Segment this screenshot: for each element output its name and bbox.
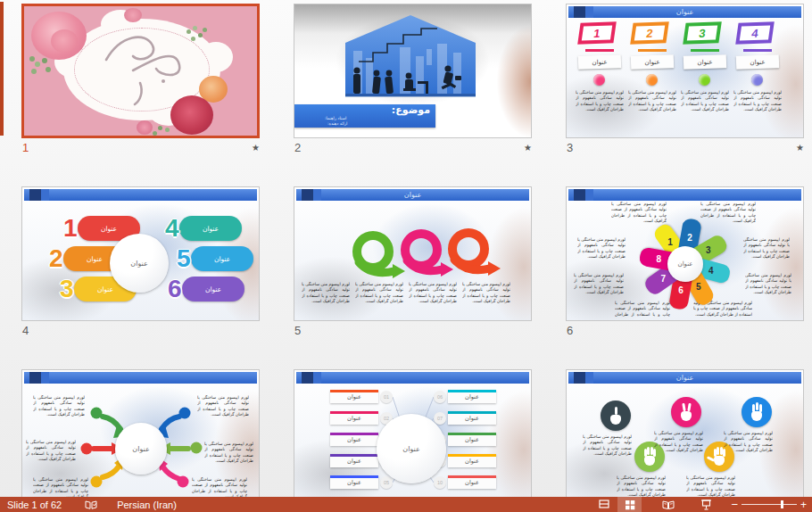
pill-item-5: عنوان xyxy=(191,246,253,271)
body-text: لورم ایپسوم متن ساختگی با تولید سادگی نا… xyxy=(743,237,790,269)
slide-title-bar: عنوان xyxy=(568,372,801,384)
hand-gesture-1-icon xyxy=(601,401,631,431)
pill-number-2: 2 xyxy=(49,246,63,271)
body-text: لورم ایپسوم متن ساختگی با تولید سادگی نا… xyxy=(302,282,350,316)
zoom-in-button[interactable]: + xyxy=(800,499,807,511)
flag-3: 3 xyxy=(683,21,722,44)
pill-item-6: عنوان xyxy=(182,277,244,301)
green-sprig-right xyxy=(186,29,191,34)
normal-view-button[interactable] xyxy=(592,497,616,512)
transition-star-icon: ★ xyxy=(524,143,532,153)
list-item: عنوان xyxy=(448,454,496,467)
torn-paper-background: موضوع: استاد راهنما: ارائه دهنده: xyxy=(294,4,531,137)
body-text: لورم ایپسوم متن ساختگی با تولید سادگی نا… xyxy=(462,282,510,316)
slide-number-4: 4 xyxy=(22,324,29,337)
slide-number-6: 6 xyxy=(567,324,573,337)
clipped-slide-edge xyxy=(0,2,4,136)
green-sprig-left xyxy=(29,56,35,62)
body-text: لورم ایپسوم متن ساختگی با تولید سادگی نا… xyxy=(615,301,670,317)
body-text: لورم ایپسوم متن ساختگی با تولید سادگی نا… xyxy=(409,282,457,316)
bullet-ball xyxy=(646,74,658,86)
banner-advisor-label: استاد راهنما: xyxy=(325,116,346,120)
body-text: لورم ایپسوم متن ساختگی با تولید سادگی نا… xyxy=(583,434,632,474)
slide-number-2: 2 xyxy=(294,141,301,154)
item-number: 10 xyxy=(434,476,446,489)
slide1-pink-background xyxy=(24,6,257,136)
slide-show-button[interactable] xyxy=(694,497,718,512)
reading-view-button[interactable] xyxy=(656,497,680,512)
body-text: لورم ایپسوم متن ساختگی با تولید سادگی نا… xyxy=(724,431,773,470)
slide-thumbnail-9[interactable]: عنوان لورم ایپسوم متن ساختگی با تولید سا… xyxy=(566,369,804,504)
slide-number-3: 3 xyxy=(567,141,573,154)
body-text: لورم ایپسوم متن ساختگی با تولید سادگی نا… xyxy=(654,431,703,467)
slide-thumbnail-6[interactable]: لورم ایپسوم متن ساختگی با تولید سادگی نا… xyxy=(566,186,804,321)
body-text: لورم ایپسوم متن ساختگی با تولید سادگی نا… xyxy=(355,282,403,316)
item-number: 07 xyxy=(434,412,446,425)
slide-thumbnail-7[interactable]: لورم ایپسوم متن ساختگی با تولید سادگی نا… xyxy=(21,369,260,504)
slide-thumbnail-1[interactable] xyxy=(21,4,260,138)
center-circle: عنوان xyxy=(110,234,169,293)
red-rose-flower xyxy=(170,95,213,135)
list-item: عنوان xyxy=(330,390,378,403)
label-tab: عنوان xyxy=(684,54,726,70)
body-text: لورم ایپسوم متن ساختگی با تولید سادگی نا… xyxy=(700,202,756,234)
slide-counter: Slide 1 of 62 xyxy=(7,500,62,510)
title-bar-accent-square xyxy=(29,189,41,201)
slide-title: عنوان xyxy=(568,8,801,16)
label-tab: عنوان xyxy=(578,54,621,70)
language-indicator[interactable]: Persian (Iran) xyxy=(117,500,177,510)
banner-subject-label: موضوع: xyxy=(392,104,430,116)
status-bar: Slide 1 of 62 Persian (Iran) − + xyxy=(0,497,812,512)
zoom-slider-thumb[interactable] xyxy=(781,500,783,508)
list-item: عنوان xyxy=(330,454,378,467)
slide-sorter-view-button[interactable] xyxy=(617,497,642,512)
bullet-ball xyxy=(751,74,763,86)
pill-item-4: عنوان xyxy=(179,216,242,241)
body-text: لورم ایپسوم متن ساختگی با تولید سادگی نا… xyxy=(577,237,626,269)
title-bar-accent-square xyxy=(574,189,585,201)
zoom-out-button[interactable]: − xyxy=(731,498,738,511)
rosebud-top xyxy=(124,8,142,22)
slide-thumbnail-2[interactable]: موضوع: استاد راهنما: ارائه دهنده: xyxy=(294,4,532,138)
center-circle: عنوان xyxy=(377,414,446,483)
arrow-dot-6 xyxy=(178,476,189,488)
center-circle: عنوان xyxy=(667,246,703,282)
item-number: 06 xyxy=(434,391,446,403)
flag-1: 1 xyxy=(577,21,617,44)
slide-number-1: 1 xyxy=(22,141,29,154)
flag-2: 2 xyxy=(630,21,669,44)
list-item: عنوان xyxy=(330,411,378,425)
flag-4: 4 xyxy=(735,21,775,44)
spell-check-icon[interactable] xyxy=(85,500,97,510)
body-text: لورم ایپسوم متن ساختگی با تولید سادگی نا… xyxy=(733,90,782,133)
slide-title-bar xyxy=(568,189,801,201)
list-item: عنوان xyxy=(448,475,496,489)
item-number: 05 xyxy=(380,476,393,489)
body-text: لورم ایپسوم متن ساختگی با تولید سادگی نا… xyxy=(681,90,729,133)
hand-gesture-2-icon xyxy=(671,397,701,427)
transition-star-icon: ★ xyxy=(252,143,260,153)
slide-thumbnail-5[interactable]: عنوان لورم ایپسوم متن ساختگی با تولید سا… xyxy=(294,186,532,321)
bismillah-calligraphy xyxy=(94,29,192,110)
bullet-ball xyxy=(699,74,710,86)
list-item: عنوان xyxy=(330,475,378,489)
pink-bud-bottom xyxy=(137,120,153,135)
arrow-dot-4 xyxy=(179,408,191,419)
slide-thumbnail-3[interactable]: عنوان 1 عنوان لورم ایپسوم متن ساختگی با … xyxy=(566,4,804,138)
item-number: 01 xyxy=(380,391,393,403)
arrow-dot-3 xyxy=(91,476,103,488)
slide-title: عنوان xyxy=(568,374,801,382)
slide-number-5: 5 xyxy=(294,324,301,337)
title-banner: موضوع: استاد راهنما: ارائه دهنده: xyxy=(294,104,435,128)
arrow-dot-5 xyxy=(191,442,203,454)
transition-star-icon: ★ xyxy=(796,143,804,153)
pill-number-6: 6 xyxy=(168,277,182,301)
banner-presenter-label: ارائه دهنده: xyxy=(327,121,347,126)
pill-number-4: 4 xyxy=(165,216,179,241)
zoom-slider[interactable] xyxy=(742,504,797,505)
label-tab: عنوان xyxy=(736,54,779,70)
slide-thumbnail-4[interactable]: عنوان 1 عنوان 2 عنوان 3 عنوان 4 عنوان 5 … xyxy=(21,186,260,321)
list-item: عنوان xyxy=(448,390,496,403)
pill-number-5: 5 xyxy=(177,246,191,271)
slide-thumbnail-8[interactable]: عنوان 01 عنوان 02 عنوان 03 عنوان 04 عنوا… xyxy=(294,369,532,504)
